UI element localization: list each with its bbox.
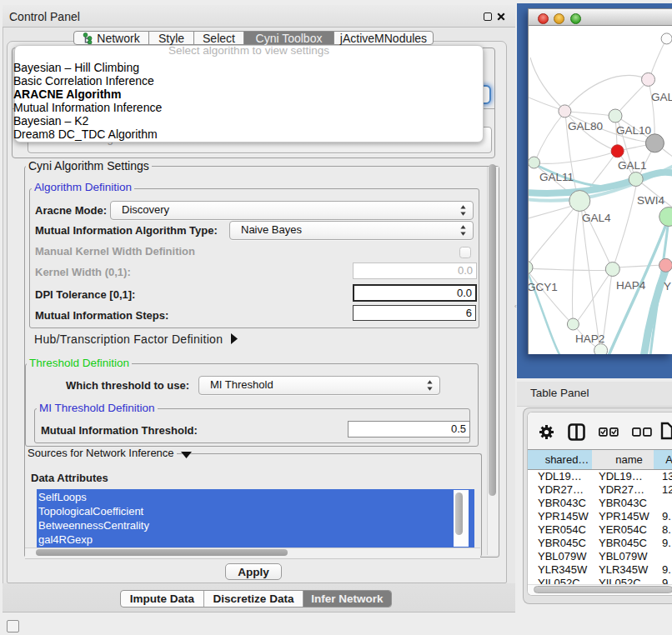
- svg-text:Y: Y: [664, 280, 671, 292]
- svg-text:HAP4: HAP4: [616, 279, 646, 292]
- svg-text:GAL80: GAL80: [568, 120, 603, 132]
- svg-text:GAL10: GAL10: [616, 124, 651, 137]
- svg-text:SWI4: SWI4: [637, 194, 664, 207]
- svg-text:HAP2: HAP2: [575, 332, 604, 345]
- svg-text:GAL8: GAL8: [651, 91, 672, 103]
- svg-text:GAL4: GAL4: [582, 212, 611, 224]
- svg-text:GAL11: GAL11: [539, 171, 574, 183]
- svg-text:GCY1: GCY1: [529, 281, 558, 293]
- svg-text:GAL1: GAL1: [618, 159, 647, 172]
